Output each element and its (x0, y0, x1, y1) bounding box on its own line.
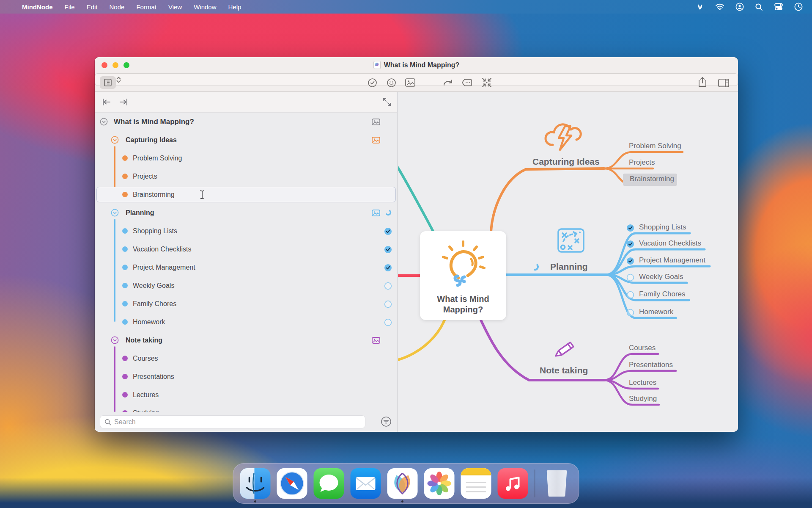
map-node-courses[interactable]: Courses (629, 344, 656, 352)
outline-row-presentations[interactable]: Presentations (95, 367, 397, 386)
share-button[interactable] (697, 76, 708, 88)
outline-row-problem-solving[interactable]: Problem Solving (95, 149, 397, 167)
search-input[interactable] (114, 418, 361, 426)
node-dot (122, 319, 128, 325)
dock-finder-icon[interactable] (240, 468, 271, 499)
outline-row-lectures[interactable]: Lectures (95, 386, 397, 404)
outline-toggle-button[interactable] (100, 76, 116, 89)
apple-menu[interactable] (6, 6, 15, 7)
map-node-vacation-checklists[interactable]: Vacation Checklists (639, 239, 701, 248)
checkbox-unchecked-icon[interactable] (384, 300, 392, 308)
image-button[interactable] (405, 76, 416, 89)
minimize-button[interactable] (112, 62, 118, 68)
node-dot (122, 374, 128, 379)
zoom-button[interactable] (123, 62, 129, 68)
outline-row-planning[interactable]: Planning (95, 204, 397, 222)
map-node-planning[interactable]: Planning (550, 262, 588, 272)
dock-trash-icon[interactable] (542, 468, 572, 499)
fold-button[interactable] (481, 76, 492, 89)
clock-icon[interactable] (794, 3, 803, 11)
image-badge-icon (372, 210, 380, 216)
outline-row-courses[interactable]: Courses (95, 349, 397, 367)
node-dot (122, 192, 128, 197)
dock-messages-icon[interactable] (314, 468, 344, 499)
map-node-family-chores[interactable]: Family Chores (639, 290, 686, 298)
mindmap-canvas[interactable]: What is Mind Mapping? Capturing Ideas Pr… (398, 92, 738, 432)
sidebar-search-bar (95, 412, 397, 432)
checkbox-checked-icon[interactable] (384, 227, 392, 235)
menu-format[interactable]: Format (131, 3, 162, 11)
search-icon (104, 419, 111, 425)
map-node-weekly-goals[interactable]: Weekly Goals (639, 273, 683, 281)
map-node-projects[interactable]: Projects (629, 158, 655, 167)
search-field[interactable] (100, 415, 365, 428)
lightbulb-icon (440, 239, 486, 291)
zoom-control[interactable]: 65% (95, 73, 738, 86)
dock-photos-icon[interactable] (424, 468, 455, 499)
tag-button[interactable] (461, 76, 472, 89)
outline-row-shopping-lists[interactable]: Shopping Lists (95, 222, 397, 240)
node-dot (122, 301, 128, 306)
outline-row-root[interactable]: What is Mind Mapping? (95, 113, 397, 131)
dock-mail-icon[interactable] (351, 468, 381, 499)
menu-node[interactable]: Node (104, 3, 130, 11)
map-node-problem-solving[interactable]: Problem Solving (629, 142, 681, 150)
outline-row-capturing-ideas[interactable]: Capturing Ideas (95, 131, 397, 149)
close-button[interactable] (102, 62, 107, 68)
map-node-studying[interactable]: Studying (629, 395, 657, 403)
outline-sidebar: What is Mind Mapping? Capturing Ideas Pr… (95, 92, 398, 432)
outline-row-family-chores[interactable]: Family Chores (95, 295, 397, 313)
map-node-note-taking[interactable]: Note taking (540, 365, 588, 375)
outline-row-note-taking[interactable]: Note taking (95, 331, 397, 349)
menu-app-name[interactable]: MindNode (17, 3, 58, 11)
checkbox-unchecked-icon[interactable] (384, 282, 392, 290)
outline-row-projects[interactable]: Projects (95, 167, 397, 185)
map-node-brainstorming[interactable]: Brainstorming (630, 175, 674, 183)
user-icon[interactable] (735, 3, 744, 11)
map-node-shopping-lists[interactable]: Shopping Lists (639, 223, 686, 232)
checkbox-checked-icon[interactable] (384, 264, 392, 272)
center-node[interactable]: What is Mind Mapping? (420, 231, 506, 320)
expand-all-icon[interactable] (118, 97, 129, 107)
map-node-capturing-ideas[interactable]: Capturing Ideas (532, 157, 600, 167)
node-dot (122, 283, 128, 288)
dock-safari-icon[interactable] (277, 468, 307, 499)
outline-row-brainstorming[interactable]: Brainstorming (95, 185, 397, 204)
collapse-all-icon[interactable] (102, 97, 112, 107)
outline-row-weekly-goals[interactable]: Weekly Goals (95, 276, 397, 295)
checkbox-unchecked-icon[interactable] (384, 318, 392, 326)
outline-row-studying[interactable]: Studying (95, 404, 397, 412)
mindnode-leaf-icon[interactable] (696, 3, 704, 11)
outline-row-vacation-checklists[interactable]: Vacation Checklists (95, 240, 397, 258)
wifi-icon[interactable] (715, 3, 724, 11)
menu-view[interactable]: View (163, 3, 187, 11)
expand-sidebar-icon[interactable] (382, 97, 392, 107)
center-node-label: What is Mind Mapping? (420, 294, 506, 315)
zoom-stepper[interactable] (116, 77, 121, 83)
map-node-presentations[interactable]: Presentations (629, 361, 673, 369)
search-icon[interactable] (755, 3, 763, 11)
menu-edit[interactable]: Edit (82, 3, 103, 11)
filter-icon[interactable] (381, 416, 392, 427)
map-node-lectures[interactable]: Lectures (629, 378, 656, 387)
progress-ring-icon (384, 209, 392, 216)
dock-music-icon[interactable] (498, 468, 528, 499)
title-bar[interactable]: What is Mind Mapping? (95, 57, 738, 73)
menu-file[interactable]: File (60, 3, 80, 11)
strategy-board-icon (558, 229, 584, 252)
redo-button[interactable] (442, 76, 453, 89)
document-icon (373, 61, 381, 69)
menu-help[interactable]: Help (223, 3, 247, 11)
checkbox-checked-icon[interactable] (384, 246, 392, 254)
menu-window[interactable]: Window (189, 3, 221, 11)
outline-row-project-management[interactable]: Project Management (95, 258, 397, 276)
task-button[interactable] (367, 76, 378, 89)
sticker-button[interactable] (386, 76, 397, 89)
map-node-homework[interactable]: Homework (639, 308, 673, 316)
outline-row-homework[interactable]: Homework (95, 313, 397, 331)
right-panel-button[interactable] (718, 77, 729, 89)
control-center-icon[interactable] (774, 3, 783, 11)
dock-mindnode-icon[interactable] (387, 468, 418, 499)
dock-notes-icon[interactable] (461, 468, 491, 499)
map-node-project-management[interactable]: Project Management (639, 256, 705, 265)
